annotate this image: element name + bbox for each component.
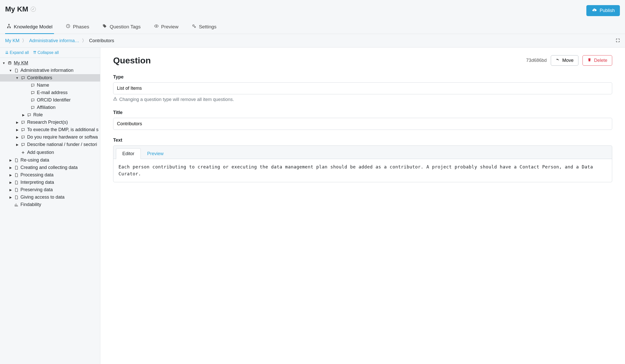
comment-icon — [30, 83, 35, 87]
caret-right-icon[interactable]: ▶ — [9, 188, 12, 192]
tree-label: Contributors — [27, 75, 52, 81]
caret-right-icon[interactable]: ▶ — [9, 196, 12, 199]
title-group: Title — [113, 110, 612, 130]
file-icon — [14, 158, 19, 162]
tree-label: Findability — [20, 202, 41, 207]
panel-heading: Question — [113, 55, 151, 65]
sitemap-icon — [7, 24, 11, 30]
tree-node-role[interactable]: ▶ Role — [0, 111, 100, 119]
caret-right-icon[interactable]: ▶ — [9, 181, 12, 184]
tree-controls: ⇊Expand all ⇈Collapse all — [0, 48, 100, 58]
tree-node-child[interactable]: ▶ E-mail address — [0, 89, 100, 96]
tab-phases[interactable]: Phases — [64, 22, 91, 34]
breadcrumb-current: Contributors — [89, 38, 114, 43]
database-icon — [7, 61, 12, 65]
tree-node-findability[interactable]: ▶ Findability — [0, 201, 100, 208]
comment-icon — [30, 91, 35, 95]
tree-node-admin[interactable]: ▼ Administrative information — [0, 67, 100, 74]
tree-node-root[interactable]: ▼ My KM — [0, 59, 100, 67]
fullscreen-icon[interactable] — [616, 38, 620, 43]
breadcrumb-mid[interactable]: Administrative informa… — [29, 38, 79, 43]
move-button[interactable]: Move — [551, 55, 578, 66]
publish-label: Publish — [600, 8, 615, 13]
tree-node-sibling[interactable]: ▶ Do you require hardware or softwa — [0, 133, 100, 141]
type-select[interactable] — [113, 82, 612, 94]
svg-rect-2 — [10, 27, 10, 28]
breadcrumb-sep: 〉 — [82, 38, 87, 44]
caret-down-icon[interactable]: ▼ — [9, 69, 12, 72]
file-icon — [14, 180, 19, 185]
collapse-all-button[interactable]: ⇈Collapse all — [33, 50, 59, 55]
tree-node-chapter[interactable]: ▶ Interpreting data — [0, 179, 100, 186]
file-icon — [14, 166, 19, 170]
file-icon — [14, 69, 19, 73]
tree-node-chapter[interactable]: ▶ Processing data — [0, 171, 100, 179]
caret-right-icon[interactable]: ▶ — [15, 128, 19, 132]
expand-icon: ⇊ — [5, 50, 8, 55]
tree-label: Creating and collecting data — [20, 165, 78, 170]
caret-right-icon[interactable]: ▶ — [21, 113, 25, 117]
caret-right-icon[interactable]: ▶ — [15, 121, 19, 124]
tree-sidebar: ⇊Expand all ⇈Collapse all ▼ My KM ▼ Admi… — [0, 48, 100, 364]
tab-knowledge-model[interactable]: Knowledge Model — [5, 22, 54, 34]
uuid-text: 73d686bd — [526, 58, 547, 63]
breadcrumb-root[interactable]: My KM — [5, 38, 19, 43]
svg-point-8 — [8, 61, 11, 62]
tree-label: Do you require hardware or softwa — [27, 134, 98, 140]
uuid-copy[interactable]: 73d686bd — [524, 58, 547, 63]
expand-all-button[interactable]: ⇊Expand all — [5, 50, 29, 55]
svg-rect-0 — [9, 24, 9, 25]
tree-node-sibling[interactable]: ▶ To execute the DMP, is additional s — [0, 126, 100, 133]
collapse-icon: ⇈ — [33, 50, 36, 55]
caret-right-icon[interactable]: ▶ — [15, 135, 19, 139]
tree-add-question[interactable]: ▶ ＋ Add question — [0, 148, 100, 156]
tab-label: Settings — [199, 24, 217, 30]
tree-node-chapter[interactable]: ▶ Creating and collecting data — [0, 164, 100, 171]
tab-label: Phases — [73, 24, 89, 30]
breadcrumb-sep: 〉 — [22, 38, 27, 44]
comment-icon — [20, 135, 26, 139]
text-tab-editor[interactable]: Editor — [116, 148, 141, 159]
type-hint: Changing a question type will remove all… — [113, 97, 612, 102]
tree-node-child[interactable]: ▶ Name — [0, 82, 100, 89]
tree-node-chapter[interactable]: ▶ Giving access to data — [0, 194, 100, 201]
caret-right-icon[interactable]: ▶ — [9, 173, 12, 177]
tree: ▼ My KM ▼ Administrative information ▼ C… — [0, 58, 100, 210]
cloud-upload-icon — [591, 8, 597, 14]
comment-icon — [20, 143, 26, 147]
tree-node-chapter[interactable]: ▶ Preserving data — [0, 186, 100, 194]
tree-node-chapter[interactable]: ▶ Re-using data — [0, 156, 100, 164]
tree-node-sibling[interactable]: ▶ Research Project(s) — [0, 119, 100, 126]
tree-node-child[interactable]: ▶ Affiliation — [0, 104, 100, 111]
text-tab-preview[interactable]: Preview — [141, 148, 170, 159]
caret-right-icon[interactable]: ▶ — [9, 166, 12, 169]
tab-label: Knowledge Model — [14, 24, 52, 30]
title-label: Title — [113, 110, 612, 115]
delete-button[interactable]: Delete — [583, 55, 612, 66]
publish-button[interactable]: Publish — [586, 5, 620, 16]
tab-preview[interactable]: Preview — [153, 22, 180, 34]
caret-down-icon[interactable]: ▼ — [15, 76, 19, 80]
tree-node-contributors[interactable]: ▼ Contributors — [0, 74, 100, 82]
tree-label: Administrative information — [20, 68, 73, 73]
top-tabs: Knowledge Model Phases Question Tags Pre… — [0, 17, 625, 34]
caret-right-icon[interactable]: ▶ — [15, 143, 19, 146]
comment-icon — [20, 128, 26, 132]
tab-question-tags[interactable]: Question Tags — [101, 22, 142, 34]
tab-settings[interactable]: Settings — [190, 22, 218, 34]
tree-label: Research Project(s) — [27, 120, 68, 125]
chart-bar-icon — [14, 203, 19, 207]
tree-node-sibling[interactable]: ▶ Describe national / funder / sectori — [0, 141, 100, 148]
tree-label: Interpreting data — [20, 180, 54, 185]
svg-point-7 — [195, 27, 196, 28]
tree-node-child[interactable]: ▶ ORCID Identifier — [0, 96, 100, 104]
caret-down-icon[interactable]: ▼ — [2, 61, 6, 65]
tree-label: Re-using data — [20, 157, 49, 163]
file-icon — [14, 195, 19, 199]
title-input[interactable] — [113, 118, 612, 130]
caret-right-icon[interactable]: ▶ — [9, 158, 12, 162]
text-body[interactable]: Each person contributing to creating or … — [113, 159, 612, 182]
breadcrumb: My KM 〉 Administrative informa… 〉 Contri… — [5, 38, 114, 44]
svg-point-5 — [156, 26, 157, 27]
eye-icon — [154, 24, 159, 30]
